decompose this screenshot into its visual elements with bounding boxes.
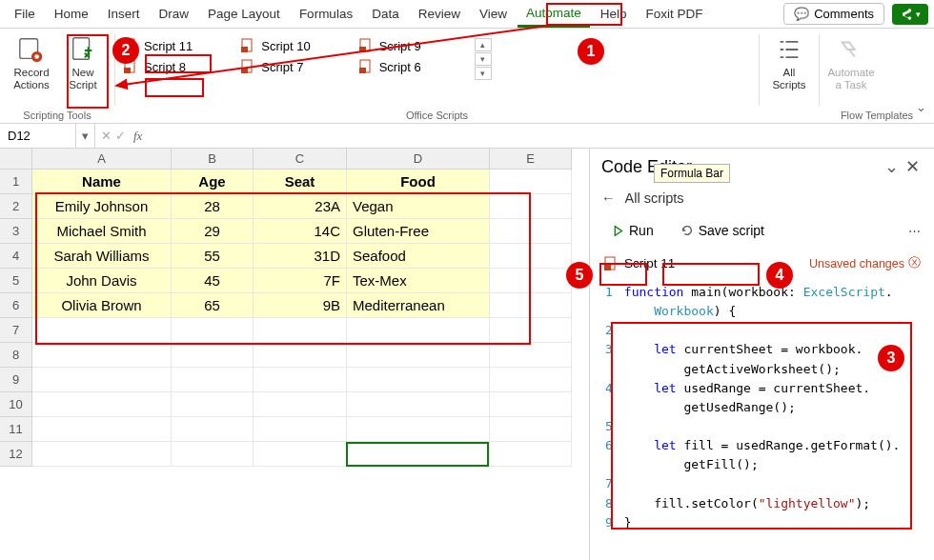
cell[interactable]: 23A <box>254 194 347 219</box>
cell[interactable] <box>490 392 572 417</box>
scroll-down-icon[interactable]: ▾ <box>475 52 492 66</box>
discard-icon[interactable]: ⓧ <box>908 255 921 271</box>
cell[interactable]: Vegan <box>347 194 490 219</box>
cell[interactable] <box>32 368 172 392</box>
cell[interactable] <box>254 368 347 392</box>
save-script-button[interactable]: Save script <box>672 219 773 242</box>
cell[interactable] <box>490 293 572 318</box>
cell[interactable] <box>347 343 490 368</box>
tab-formulas[interactable]: Formulas <box>291 2 361 26</box>
breadcrumb[interactable]: All scripts <box>625 190 684 206</box>
row-header[interactable]: 3 <box>0 219 32 244</box>
tab-draw[interactable]: Draw <box>151 2 198 26</box>
cell[interactable]: 14C <box>254 219 347 244</box>
cell[interactable] <box>172 368 254 392</box>
pane-expand-icon[interactable]: ⌄ <box>881 156 902 177</box>
all-scripts-button[interactable]: All Scripts <box>767 32 811 119</box>
tab-insert[interactable]: Insert <box>99 2 149 26</box>
select-all-cell[interactable] <box>0 149 32 170</box>
col-header-a[interactable]: A <box>32 149 172 170</box>
cell[interactable] <box>254 442 347 467</box>
cell[interactable] <box>347 442 490 467</box>
row-header[interactable]: 8 <box>0 343 32 368</box>
cell[interactable] <box>32 417 172 442</box>
row-header[interactable]: 6 <box>0 293 32 318</box>
cell[interactable] <box>347 318 490 343</box>
row-header[interactable]: 7 <box>0 318 32 343</box>
run-button[interactable]: Run <box>603 219 662 242</box>
cell[interactable]: Name <box>32 170 172 194</box>
col-header-b[interactable]: B <box>172 149 254 170</box>
tab-help[interactable]: Help <box>592 2 636 26</box>
col-header-d[interactable]: D <box>347 149 490 170</box>
cell[interactable] <box>254 318 347 343</box>
cell[interactable]: 28 <box>172 194 254 219</box>
cell[interactable] <box>490 170 572 194</box>
cell[interactable] <box>32 392 172 417</box>
back-icon[interactable]: ← <box>601 190 616 206</box>
tab-data[interactable]: Data <box>363 2 408 26</box>
cell[interactable] <box>490 194 572 219</box>
cell[interactable]: Mediterranean <box>347 293 490 318</box>
cell[interactable] <box>347 417 490 442</box>
cell[interactable] <box>490 219 572 244</box>
row-header[interactable]: 9 <box>0 368 32 392</box>
cell[interactable] <box>32 343 172 368</box>
code-content[interactable]: function main(workbook: ExcelScript. Wor… <box>620 281 904 534</box>
cell[interactable] <box>347 392 490 417</box>
gallery-expand-icon[interactable]: ▾ <box>475 67 492 80</box>
cell[interactable]: Gluten-Free <box>347 219 490 244</box>
cell[interactable] <box>254 343 347 368</box>
tab-page-layout[interactable]: Page Layout <box>199 2 289 26</box>
cell[interactable]: 9B <box>254 293 347 318</box>
cell[interactable]: 45 <box>172 269 254 293</box>
name-box[interactable]: D12 <box>0 124 76 148</box>
name-box-dropdown[interactable]: ▾ <box>76 124 95 148</box>
col-header-c[interactable]: C <box>254 149 347 170</box>
record-actions-button[interactable]: Record Actions <box>8 32 55 108</box>
cell[interactable] <box>32 442 172 467</box>
script-item-6[interactable]: Script 6 <box>358 59 421 74</box>
cell[interactable]: 31D <box>254 244 347 269</box>
scroll-up-icon[interactable]: ▴ <box>475 38 492 51</box>
cell[interactable]: Emily Johnson <box>32 194 172 219</box>
tab-foxit[interactable]: Foxit PDF <box>638 2 712 26</box>
cell[interactable] <box>490 269 572 293</box>
cell[interactable]: 7F <box>254 269 347 293</box>
cell[interactable] <box>490 442 572 467</box>
row-header[interactable]: 10 <box>0 392 32 417</box>
cell[interactable]: Food <box>347 170 490 194</box>
row-header[interactable]: 12 <box>0 442 32 467</box>
cell[interactable]: Seafood <box>347 244 490 269</box>
ribbon-collapse-icon[interactable]: ⌄ <box>916 100 926 114</box>
tab-automate[interactable]: Automate <box>518 1 590 28</box>
cell[interactable]: Olivia Brown <box>32 293 172 318</box>
cell[interactable] <box>254 392 347 417</box>
script-item-7[interactable]: Script 7 <box>240 59 310 74</box>
row-header[interactable]: 4 <box>0 244 32 269</box>
share-button[interactable]: ▾ <box>892 4 928 25</box>
script-item-10[interactable]: Script 10 <box>240 38 310 53</box>
cell[interactable] <box>172 417 254 442</box>
row-header[interactable]: 11 <box>0 417 32 442</box>
cell[interactable] <box>490 244 572 269</box>
cell[interactable] <box>172 343 254 368</box>
comments-button[interactable]: 💬 Comments <box>783 3 884 25</box>
cell[interactable]: Age <box>172 170 254 194</box>
cell[interactable]: Michael Smith <box>32 219 172 244</box>
cell[interactable] <box>490 343 572 368</box>
pane-close-icon[interactable]: ✕ <box>902 156 923 177</box>
cell[interactable] <box>32 318 172 343</box>
cell[interactable] <box>347 368 490 392</box>
cell[interactable] <box>172 392 254 417</box>
cell[interactable]: Sarah Williams <box>32 244 172 269</box>
tab-home[interactable]: Home <box>46 2 97 26</box>
tab-file[interactable]: File <box>6 2 44 26</box>
tab-view[interactable]: View <box>471 2 516 26</box>
tab-review[interactable]: Review <box>410 2 469 26</box>
cell[interactable] <box>490 417 572 442</box>
cell[interactable]: 29 <box>172 219 254 244</box>
new-script-button[interactable]: New Script <box>59 32 107 108</box>
cell[interactable]: 55 <box>172 244 254 269</box>
cell[interactable] <box>172 318 254 343</box>
